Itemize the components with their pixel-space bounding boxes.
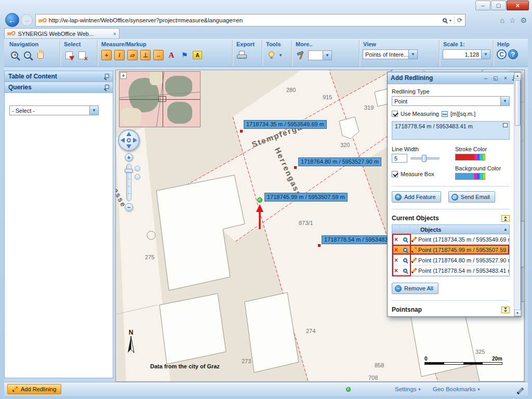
- browser-forward-button[interactable]: →: [21, 14, 33, 26]
- refresh-icon[interactable]: ⟳: [457, 17, 462, 24]
- coordinate-display-box[interactable]: 1718778.54 m / 5953483.41 m: [392, 121, 510, 140]
- add-redlining-status-button[interactable]: Add Redlining: [7, 384, 61, 394]
- scale-input[interactable]: 1,128 ▼: [443, 49, 490, 59]
- edit-mode-pencil-icon[interactable]: [516, 387, 524, 394]
- search-caret-icon[interactable]: ▾: [449, 18, 451, 23]
- pan-east-icon[interactable]: [133, 138, 137, 143]
- edit-row-icon[interactable]: [411, 257, 417, 263]
- pan-hand-button[interactable]: [35, 49, 46, 61]
- previous-extent-button[interactable]: [135, 166, 140, 171]
- flag-marker-button[interactable]: ⚑: [179, 49, 190, 61]
- sort-ascending-icon[interactable]: ▲: [503, 227, 509, 232]
- line-width-slider[interactable]: [410, 154, 440, 163]
- pan-compass[interactable]: [118, 129, 140, 151]
- panel-minimize-icon[interactable]: –: [482, 75, 489, 81]
- table-row-selected[interactable]: × Point (1718745.99 m / 5953507.59 m): [392, 245, 509, 255]
- send-email-button[interactable]: @ Send Email: [448, 191, 495, 203]
- zoom-in-slider-button[interactable]: +: [125, 153, 133, 162]
- redlining-point-marker[interactable]: [318, 244, 321, 247]
- view-dropdown-caret-icon[interactable]: ▼: [408, 50, 417, 59]
- url-text[interactable]: http://w-lap-wintner/WebOffice/synserver…: [49, 17, 441, 23]
- window-maximize-button[interactable]: ▢: [491, 1, 506, 10]
- panel-header[interactable]: Add Redlining – ◱ ×: [388, 72, 521, 84]
- settings-menu[interactable]: Settings ▾: [395, 386, 421, 392]
- tools-caret-icon[interactable]: ▼: [278, 53, 283, 58]
- home-icon[interactable]: ⌂: [500, 16, 504, 24]
- zoom-slider-handle[interactable]: [125, 169, 133, 173]
- delete-row-icon[interactable]: ×: [392, 267, 400, 274]
- scrollbar-thumb[interactable]: [515, 80, 521, 126]
- clear-selection-button[interactable]: ×: [76, 49, 88, 61]
- use-measuring-checkbox[interactable]: [392, 111, 398, 117]
- url-field[interactable]: wO http://w-lap-wintner/WebOffice/synser…: [35, 14, 466, 26]
- query-select-caret-icon[interactable]: ▼: [89, 106, 98, 115]
- measure-point-button[interactable]: +: [101, 49, 112, 61]
- window-close-button[interactable]: ×: [507, 1, 529, 10]
- add-feature-button[interactable]: + Add Feature: [392, 191, 441, 203]
- measure-box-checkbox[interactable]: [392, 171, 398, 177]
- window-minimize-button[interactable]: –: [475, 1, 490, 10]
- remove-all-button[interactable]: – Remove All: [392, 283, 438, 294]
- scale-value[interactable]: 1,128: [443, 51, 481, 58]
- zoom-out-slider-button[interactable]: −: [125, 203, 133, 211]
- redlining-type-caret-icon[interactable]: ▼: [500, 97, 509, 105]
- more-dropdown-caret-icon[interactable]: ▼: [323, 51, 331, 60]
- panel-float-icon[interactable]: ◱: [492, 75, 499, 81]
- delete-row-icon[interactable]: ×: [392, 246, 400, 254]
- redlining-type-dropdown[interactable]: Point ▼: [392, 96, 510, 106]
- edit-row-icon[interactable]: [411, 268, 417, 273]
- pan-north-icon[interactable]: [126, 132, 131, 136]
- objects-column-header[interactable]: Objects: [418, 227, 503, 233]
- measure-distance-button[interactable]: ↔: [153, 49, 164, 61]
- table-row[interactable]: × Point (1718764.80 m / 5953527.90 m): [392, 255, 509, 265]
- search-icon[interactable]: [443, 18, 447, 22]
- coordinate-popout-icon[interactable]: [503, 123, 508, 127]
- browser-tab[interactable]: wO SYNERGIS WebOffice Web... ×: [4, 28, 119, 39]
- pan-center-icon[interactable]: [127, 138, 131, 142]
- zoom-in-button[interactable]: +: [9, 49, 20, 61]
- panel-close-icon[interactable]: ×: [502, 75, 509, 81]
- scroll-up-icon[interactable]: ▲: [514, 72, 521, 79]
- favorites-icon[interactable]: ☆: [509, 16, 516, 24]
- tools-button[interactable]: [265, 49, 277, 61]
- edit-row-icon[interactable]: [411, 247, 417, 252]
- sidebar-item-queries[interactable]: Queries: [5, 82, 113, 93]
- help-button[interactable]: ?: [508, 49, 518, 59]
- line-width-slider-handle[interactable]: [422, 155, 427, 162]
- scroll-down-icon[interactable]: ▼: [514, 310, 521, 316]
- redlining-point-marker[interactable]: [294, 166, 297, 169]
- measure-perpendicular-button[interactable]: ⊥: [140, 49, 151, 61]
- overview-map[interactable]: +: [119, 71, 201, 127]
- next-extent-button[interactable]: [135, 174, 140, 180]
- panel-scrollbar[interactable]: ▲ ▼: [514, 72, 521, 316]
- overview-extent-box[interactable]: [158, 96, 166, 102]
- pin-icon[interactable]: [103, 74, 109, 79]
- more-tools-button[interactable]: [295, 49, 307, 61]
- delete-row-icon[interactable]: ×: [392, 257, 400, 264]
- copyright-button[interactable]: C: [497, 49, 507, 59]
- measure-polygon-button[interactable]: ▱: [127, 49, 138, 61]
- zoom-to-row-icon[interactable]: [403, 237, 407, 242]
- sidebar-item-table-of-content[interactable]: Table of Content: [5, 71, 113, 82]
- zoom-to-row-icon[interactable]: [403, 248, 407, 252]
- expand-section-icon[interactable]: [501, 307, 510, 313]
- select-features-button[interactable]: [63, 49, 75, 61]
- measure-line-button[interactable]: /: [114, 49, 125, 61]
- scale-caret-icon[interactable]: ▼: [481, 50, 490, 59]
- overview-move-icon[interactable]: +: [120, 72, 127, 79]
- browser-tools-icon[interactable]: ⚙: [520, 16, 527, 24]
- print-button[interactable]: [236, 49, 247, 61]
- zoom-slider[interactable]: [126, 164, 131, 201]
- background-color-picker[interactable]: [455, 173, 485, 180]
- collapse-section-icon[interactable]: [501, 215, 510, 222]
- zoom-out-button[interactable]: −: [22, 49, 33, 61]
- zoom-to-row-icon[interactable]: [403, 269, 407, 273]
- label-button[interactable]: A: [192, 49, 203, 61]
- pan-west-icon[interactable]: [121, 138, 125, 143]
- table-row[interactable]: × Point (1718778.54 m / 5953483.41 m): [392, 265, 509, 276]
- selected-point-marker[interactable]: [257, 197, 262, 203]
- text-annotation-button[interactable]: A: [166, 49, 177, 61]
- line-width-input[interactable]: 5: [392, 154, 407, 163]
- pan-south-icon[interactable]: [126, 144, 131, 149]
- delete-row-icon[interactable]: ×: [392, 236, 400, 243]
